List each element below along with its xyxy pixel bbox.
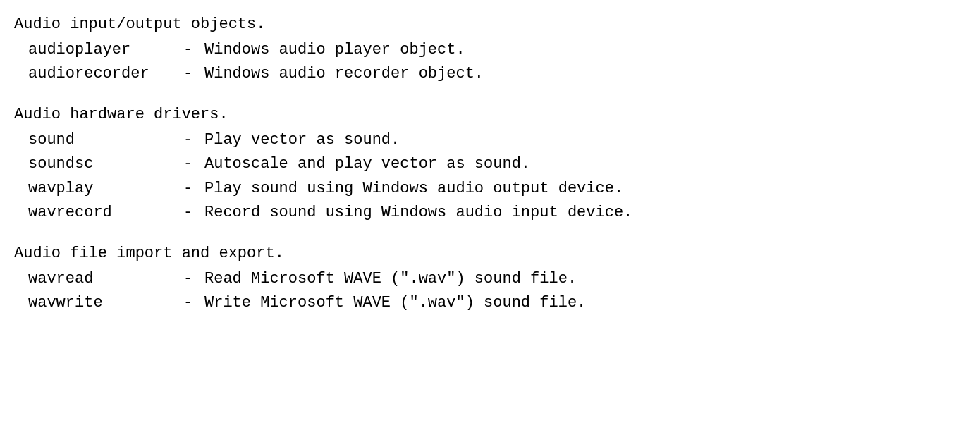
item-row: audioplayer-Windows audio player object. [28,38,966,62]
item-name: wavplay [28,177,183,201]
item-dash: - [183,267,204,291]
items-list-file-io: wavread-Read Microsoft WAVE (".wav") sou… [14,267,966,315]
section-title-io-objects: Audio input/output objects. [14,13,966,37]
item-row: wavread-Read Microsoft WAVE (".wav") sou… [28,267,966,291]
item-desc: Windows audio recorder object. [204,62,966,86]
section-file-io: Audio file import and export.wavread-Rea… [14,242,966,315]
item-name: wavrecord [28,201,183,225]
item-row: soundsc-Autoscale and play vector as sou… [28,152,966,176]
item-desc: Windows audio player object. [204,38,966,62]
item-dash: - [183,152,204,176]
section-title-hw-drivers: Audio hardware drivers. [14,103,966,127]
item-desc: Read Microsoft WAVE (".wav") sound file. [204,267,966,291]
item-name: sound [28,128,183,152]
item-row: wavrecord-Record sound using Windows aud… [28,201,966,225]
section-title-file-io: Audio file import and export. [14,242,966,266]
item-desc: Write Microsoft WAVE (".wav") sound file… [204,291,966,315]
item-dash: - [183,177,204,201]
item-row: wavwrite-Write Microsoft WAVE (".wav") s… [28,291,966,315]
item-desc: Play sound using Windows audio output de… [204,177,966,201]
item-dash: - [183,38,204,62]
main-content: Audio input/output objects.audioplayer-W… [14,13,966,315]
item-name: audiorecorder [28,62,183,86]
item-desc: Record sound using Windows audio input d… [204,201,966,225]
items-list-io-objects: audioplayer-Windows audio player object.… [14,38,966,86]
item-dash: - [183,201,204,225]
item-name: wavwrite [28,291,183,315]
item-name: soundsc [28,152,183,176]
item-name: wavread [28,267,183,291]
item-desc: Play vector as sound. [204,128,966,152]
item-row: sound-Play vector as sound. [28,128,966,152]
section-hw-drivers: Audio hardware drivers.sound-Play vector… [14,103,966,224]
item-row: wavplay-Play sound using Windows audio o… [28,177,966,201]
item-desc: Autoscale and play vector as sound. [204,152,966,176]
section-io-objects: Audio input/output objects.audioplayer-W… [14,13,966,86]
item-dash: - [183,128,204,152]
item-dash: - [183,62,204,86]
items-list-hw-drivers: sound-Play vector as sound.soundsc-Autos… [14,128,966,224]
item-dash: - [183,291,204,315]
item-name: audioplayer [28,38,183,62]
item-row: audiorecorder-Windows audio recorder obj… [28,62,966,86]
